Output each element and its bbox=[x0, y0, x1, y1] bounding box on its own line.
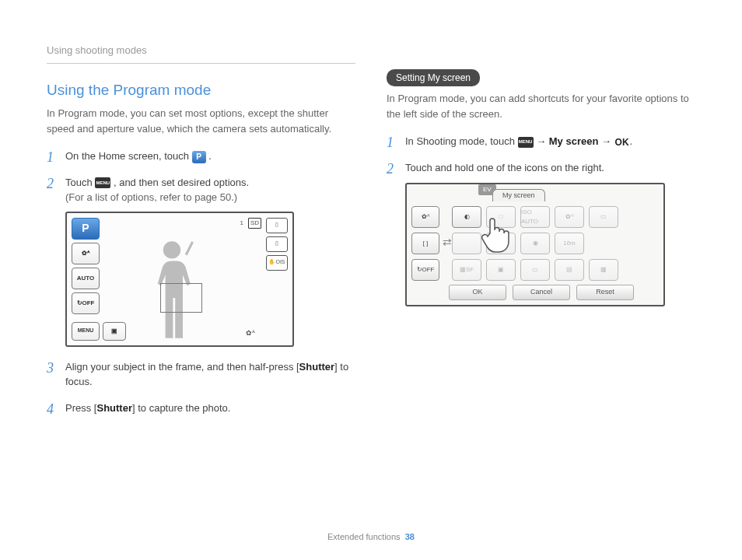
camera-screenshot-2: EV My screen ✿ᴬ [ ] ↻OFF ⇄ ◐ □ ISO AUT bbox=[405, 183, 665, 306]
slot-timer[interactable]: ↻OFF bbox=[411, 259, 439, 281]
step-3-bold: Shutter bbox=[299, 361, 335, 373]
cam-sd-icon: SD bbox=[248, 218, 261, 229]
ok-icon: OK bbox=[614, 137, 630, 148]
grid-scene[interactable]: ▦ bbox=[589, 259, 618, 281]
cam-battery-icon: ▯ bbox=[266, 218, 288, 233]
focus-box bbox=[160, 283, 202, 313]
footer-label: Extended functions bbox=[327, 532, 401, 541]
menu-icon: MENU bbox=[95, 177, 110, 188]
r-step-1-bold: My screen bbox=[549, 135, 599, 147]
grid-size[interactable]: ◉ bbox=[520, 233, 550, 254]
step-1-pre: On the Home screen, touch bbox=[65, 150, 192, 162]
cam-top-strip: 1 SD bbox=[240, 218, 261, 229]
cam-program-button[interactable]: P bbox=[72, 218, 100, 240]
slot-flash[interactable]: ✿ᴬ bbox=[411, 206, 439, 228]
r-arrow-1: → bbox=[534, 135, 549, 147]
r-step-2: Touch and hold one of the icons on the r… bbox=[387, 160, 695, 307]
step-3: Align your subject in the frame, and the… bbox=[47, 359, 355, 390]
menu-icon: MENU bbox=[518, 137, 534, 148]
setting-my-screen-pill: Setting My screen bbox=[387, 69, 480, 86]
r-step-1-post: . bbox=[630, 135, 633, 147]
r-step-1: In Shooting mode, touch MENU → My screen… bbox=[387, 134, 695, 149]
step-2-pre: Touch bbox=[65, 177, 95, 188]
cam-timer-button[interactable]: ↻OFF bbox=[72, 292, 100, 314]
step-3-pre: Align your subject in the frame, and the… bbox=[65, 361, 299, 373]
r-step-2-text: Touch and hold one of the icons on the r… bbox=[405, 162, 604, 173]
cam-flash-indicator: ✿ᴬ bbox=[246, 328, 255, 339]
slot-empty[interactable]: [ ] bbox=[411, 233, 439, 254]
step-4-post: ] to capture the photo. bbox=[132, 402, 230, 414]
grid-quality[interactable]: 16m bbox=[555, 233, 584, 254]
grid-af[interactable] bbox=[452, 233, 481, 254]
grid-ev[interactable]: ◐ bbox=[452, 206, 481, 228]
cam-flash-button[interactable]: ✿ᴬ bbox=[72, 243, 100, 264]
reset-button[interactable]: Reset bbox=[576, 285, 634, 300]
grid-drive[interactable]: ▣ bbox=[486, 259, 516, 281]
page-footer: Extended functions 38 bbox=[0, 530, 742, 544]
step-4-pre: Press [ bbox=[65, 402, 96, 414]
right-intro: In Program mode, you can add shortcuts f… bbox=[387, 91, 695, 121]
step-1: On the Home screen, touch P . bbox=[47, 149, 355, 164]
step-4: Press [Shutter] to capture the photo. bbox=[47, 401, 355, 416]
grid-meter[interactable]: ▦SF bbox=[452, 259, 481, 281]
cam-shot-count: 1 bbox=[240, 219, 243, 228]
grid-wide[interactable]: ▭ bbox=[589, 206, 618, 228]
grid-flash[interactable]: ✿ᴬ bbox=[555, 206, 584, 228]
step-4-bold: Shutter bbox=[96, 402, 132, 414]
grid-effect[interactable]: ▤ bbox=[555, 259, 584, 281]
cam-res-icon: ▯ bbox=[266, 236, 288, 252]
r-arrow-2: → bbox=[598, 135, 614, 147]
page-number: 38 bbox=[405, 532, 415, 541]
step-2-mid: , and then set desired options. bbox=[114, 177, 249, 188]
divider bbox=[47, 63, 355, 64]
program-mode-icon: P bbox=[192, 151, 206, 163]
cam-auto-button[interactable]: AUTO bbox=[72, 268, 100, 289]
grid-iso[interactable]: ISO AUTO bbox=[520, 206, 550, 228]
breadcrumb: Using shooting modes bbox=[47, 43, 355, 58]
drag-hand-icon bbox=[481, 212, 520, 254]
intro-text: In Program mode, you can set most option… bbox=[47, 106, 355, 136]
grid-area[interactable]: ▭ bbox=[520, 259, 550, 281]
ok-button[interactable]: OK bbox=[449, 285, 506, 300]
cam-menu-button[interactable]: MENU bbox=[72, 322, 100, 341]
step-1-post: . bbox=[208, 150, 212, 162]
cancel-button[interactable]: Cancel bbox=[513, 285, 570, 300]
section-title: Using the Program mode bbox=[47, 79, 355, 102]
camera-screenshot-1: P ✿ᴬ AUTO ↻OFF MENU ▣ 1 SD ▯ bbox=[65, 212, 294, 347]
step-2: Touch MENU , and then set desired option… bbox=[47, 175, 355, 347]
r-step-1-pre: In Shooting mode, touch bbox=[405, 135, 518, 147]
cam-gallery-button[interactable]: ▣ bbox=[103, 322, 126, 341]
swap-arrow-icon: ⇄ bbox=[443, 234, 452, 250]
step-2-sub: (For a list of options, refer to page 50… bbox=[65, 190, 355, 205]
cam-ois-icon: ✋OIS bbox=[266, 255, 288, 271]
tab-my-screen[interactable]: My screen bbox=[492, 189, 545, 202]
